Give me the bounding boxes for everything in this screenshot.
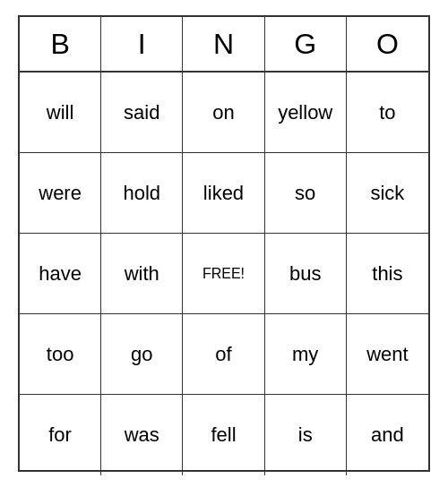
cell-15: too	[20, 314, 101, 395]
bingo-header: B I N G O	[20, 17, 428, 73]
cell-7: liked	[183, 153, 264, 234]
header-n: N	[183, 17, 264, 71]
cell-21: was	[101, 395, 183, 475]
cell-22: fell	[183, 395, 264, 475]
header-g: G	[265, 17, 347, 71]
cell-13: bus	[265, 234, 347, 314]
cell-6: hold	[101, 153, 183, 234]
cell-10: have	[20, 234, 101, 314]
cell-20: for	[20, 395, 101, 475]
cell-19: went	[347, 314, 428, 395]
bingo-grid: will said on yellow to were hold liked s…	[20, 73, 428, 475]
cell-4: to	[347, 73, 428, 153]
header-i: I	[101, 17, 183, 71]
cell-12-free: FREE!	[183, 234, 264, 314]
cell-23: is	[265, 395, 347, 475]
cell-1: said	[101, 73, 183, 153]
cell-18: my	[265, 314, 347, 395]
bingo-card: B I N G O will said on yellow to were ho…	[18, 15, 430, 472]
cell-0: will	[20, 73, 101, 153]
cell-16: go	[101, 314, 183, 395]
cell-2: on	[183, 73, 264, 153]
cell-17: of	[183, 314, 264, 395]
header-b: B	[20, 17, 101, 71]
cell-11: with	[101, 234, 183, 314]
cell-5: were	[20, 153, 101, 234]
cell-14: this	[347, 234, 428, 314]
cell-3: yellow	[265, 73, 347, 153]
cell-9: sick	[347, 153, 428, 234]
cell-8: so	[265, 153, 347, 234]
header-o: O	[347, 17, 428, 71]
cell-24: and	[347, 395, 428, 475]
